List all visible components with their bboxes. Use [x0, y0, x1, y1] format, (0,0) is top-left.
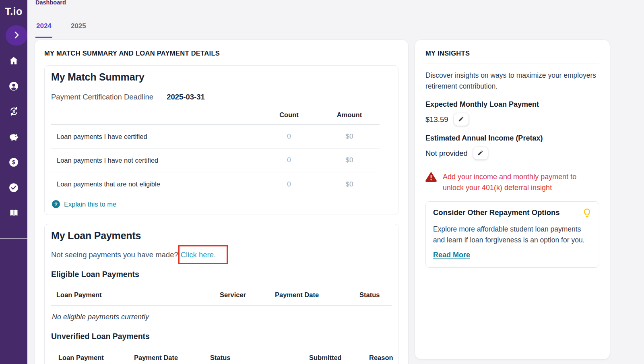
account-icon	[8, 81, 19, 93]
tip-title: Consider Other Repayment Options	[433, 208, 560, 217]
sidebar-nav: $ $	[0, 56, 27, 219]
sidebar-item-guide[interactable]	[8, 208, 19, 219]
row-count: 0	[259, 132, 319, 141]
tab-2024[interactable]: 2024	[35, 22, 52, 38]
annual-income-value: Not provided	[425, 149, 468, 158]
explain-link-row[interactable]: ? Explain this to me	[51, 200, 392, 208]
eligible-table-header: Loan Payment Servicer Payment Date Statu…	[51, 291, 392, 306]
chevron-right-icon	[12, 30, 21, 41]
read-more-link[interactable]: Read More	[433, 251, 470, 259]
svg-text:$: $	[12, 159, 15, 165]
table-row: Loan payments that are not eligible 0 $0	[51, 172, 380, 196]
match-and-loan-card: MY MATCH SUMMARY AND LOAN PAYMENT DETAIL…	[34, 39, 409, 364]
insights-description: Discover insights on ways to maximize yo…	[425, 70, 599, 92]
insights-divider	[425, 64, 599, 64]
col-header: Loan Payment	[58, 354, 134, 362]
book-icon	[8, 208, 19, 219]
piggy-bank-icon	[8, 132, 19, 143]
row-count: 0	[259, 156, 319, 164]
sidebar-item-account[interactable]	[8, 81, 19, 92]
pencil-icon	[477, 150, 483, 157]
col-header: Status	[359, 291, 392, 299]
check-circle-icon	[8, 182, 19, 194]
annual-income-label: Estimated Annual Income (Pretax)	[425, 134, 599, 143]
question-icon: ?	[52, 200, 60, 208]
lightbulb-icon	[582, 208, 592, 220]
col-header: Status	[210, 354, 309, 362]
insights-panel: MY INSIGHTS Discover insights on ways to…	[415, 39, 610, 360]
app-root: T.io $	[0, 0, 644, 364]
col-header: Submitted	[309, 354, 369, 362]
sidebar-item-home[interactable]	[8, 56, 19, 66]
eligible-empty-note: No eligible payments currently	[51, 313, 392, 321]
warning-triangle-icon	[425, 172, 437, 184]
unverified-table-header: Loan Payment Payment Date Status Submitt…	[51, 354, 392, 362]
deferral-warning: Add your income and monthly payment to u…	[425, 172, 599, 193]
sidebar-item-payments[interactable]: $	[8, 107, 19, 117]
tip-body: Explore more affordable student loan pay…	[433, 224, 592, 245]
deadline-value: 2025-03-31	[167, 93, 205, 101]
year-tabs: 2024 2025	[35, 22, 87, 38]
match-summary-title: My Match Summary	[51, 71, 392, 83]
row-label: Loan payments I have certified	[51, 133, 259, 141]
col-header: Payment Date	[275, 291, 359, 299]
warning-text: Add your income and monthly payment to u…	[443, 172, 594, 193]
monthly-payment-row: $13.59	[425, 113, 599, 126]
tab-2025[interactable]: 2025	[70, 22, 87, 38]
table-row: Loan payments I have certified 0 $0	[51, 125, 380, 149]
count-header: Count	[259, 111, 319, 119]
sidebar-divider	[0, 238, 27, 239]
match-summary-table: Count Amount Loan payments I have certif…	[51, 111, 380, 196]
row-label: Loan payments that are not eligible	[51, 180, 259, 188]
pencil-icon	[458, 116, 464, 123]
col-header: Reason	[369, 354, 393, 362]
section-header: MY MATCH SUMMARY AND LOAN PAYMENT DETAIL…	[44, 50, 398, 57]
home-icon	[8, 56, 19, 67]
edit-annual-income-button[interactable]	[473, 147, 488, 159]
my-loan-payments-card: My Loan Payments Not seeing payments you…	[44, 224, 398, 364]
tip-header: Consider Other Repayment Options	[433, 208, 592, 220]
deadline-label: Payment Certification Deadline	[51, 93, 153, 101]
breadcrumb[interactable]: Dashboard	[35, 0, 66, 6]
col-header: Payment Date	[134, 354, 210, 362]
col-header: Servicer	[220, 291, 275, 299]
explain-link[interactable]: Explain this to me	[64, 201, 116, 208]
sidebar-expand-button[interactable]	[6, 25, 27, 46]
edit-monthly-payment-button[interactable]	[454, 113, 469, 126]
annual-income-row: Not provided	[425, 147, 599, 159]
sidebar-item-money[interactable]: $	[8, 157, 19, 168]
dollar-circle-icon: $	[8, 157, 19, 169]
app-logo: T.io	[0, 6, 27, 17]
insights-header: MY INSIGHTS	[425, 50, 599, 57]
my-match-summary-card: My Match Summary Payment Certification D…	[44, 65, 398, 215]
sidebar: T.io $	[0, 0, 27, 364]
repayment-tip-card: Consider Other Repayment Options Explore…	[425, 201, 599, 268]
monthly-payment-label: Expected Monthly Loan Payment	[425, 100, 599, 109]
unverified-payments-title: Unverified Loan Payments	[51, 332, 392, 341]
amount-header: Amount	[319, 111, 380, 119]
table-header-row: Count Amount	[51, 111, 380, 125]
monthly-payment-value: $13.59	[425, 115, 448, 124]
table-row: Loan payments I have not certified 0 $0	[51, 149, 380, 172]
row-count: 0	[259, 180, 319, 188]
prompt-text: Not seeing payments you have made?	[51, 250, 178, 259]
loan-payments-title: My Loan Payments	[51, 230, 392, 242]
click-here-link[interactable]: Click here.	[181, 250, 216, 259]
deadline-row: Payment Certification Deadline 2025-03-3…	[51, 93, 392, 101]
dollar-sync-icon: $	[8, 106, 19, 118]
missing-payments-prompt: Not seeing payments you have made?Click …	[51, 250, 392, 259]
row-amount: $0	[319, 156, 380, 164]
sidebar-item-tasks[interactable]	[8, 183, 19, 193]
col-header: Loan Payment	[56, 291, 220, 299]
row-amount: $0	[319, 132, 380, 141]
svg-text:$: $	[12, 109, 15, 114]
row-label: Loan payments I have not certified	[51, 157, 259, 164]
eligible-payments-title: Eligible Loan Payments	[51, 270, 392, 279]
sidebar-item-savings[interactable]	[8, 132, 19, 143]
row-amount: $0	[319, 180, 380, 188]
